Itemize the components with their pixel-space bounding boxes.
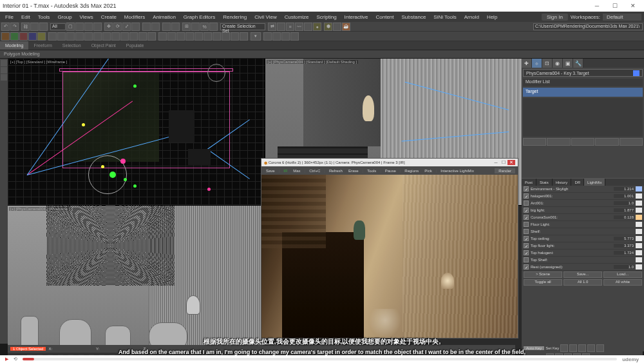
rotate-button[interactable]: ⟳ [113,23,122,31]
corona-render-button[interactable]: Render [495,168,515,173]
tb2-btn-24[interactable] [213,32,221,41]
tb2-btn-1[interactable] [1,32,10,41]
tb2-btn-19[interactable] [167,32,176,41]
tb2-btn-23[interactable] [204,32,212,41]
move-button[interactable]: ✥ [104,23,113,31]
tb2-btn-4[interactable] [28,32,37,41]
corona-ctrlc-button[interactable]: Ctrl+C [307,169,322,173]
lister-row-color[interactable] [636,264,642,270]
corona-pause-button[interactable]: Pause [383,169,398,173]
cmd-tab-motion[interactable]: ◉ [553,59,563,68]
lister-tab-history[interactable]: History [553,179,572,186]
curve-editor-button[interactable]: 〰 [295,23,303,31]
workspace-select[interactable]: Default [603,14,641,21]
lister-scene-button[interactable]: > Scene [524,271,562,278]
menu-edit[interactable]: Edit [19,14,33,20]
lister-row-checkbox[interactable]: ✓ [524,208,529,213]
lister-row-checkbox[interactable] [524,222,529,227]
lister-row-color[interactable] [636,243,642,248]
tb2-btn-6[interactable] [48,32,57,41]
lister-row-color[interactable] [636,229,642,234]
viewport-camera-wireframe[interactable]: [+] [PhysCamera004 ] [Wireframe ] [8,206,265,352]
lister-tab-stats[interactable]: Stats [536,179,553,186]
ribbon-tab-modeling[interactable]: Modeling [0,41,28,50]
menu-create[interactable]: Create [99,14,119,20]
lister-row-checkbox[interactable] [524,257,529,262]
tb2-btn-8[interactable] [66,32,75,41]
ribbon-tab-objectpaint[interactable]: Object Paint [86,41,121,50]
lister-row-checkbox[interactable]: ✓ [524,264,529,270]
stack-unique-button[interactable] [571,138,594,146]
spinner-snap-button[interactable] [209,23,218,31]
lister-row-color[interactable] [636,186,642,191]
snap-button[interactable]: ⊞ [182,23,191,31]
undo-button[interactable]: ↶ [1,23,10,31]
layers-button[interactable]: ≡ [286,23,294,31]
selection-set-input[interactable]: Create Selection Set [220,23,265,30]
lister-row-value[interactable]: 5.773 [614,237,634,240]
tb2-btn-7[interactable] [57,32,66,41]
keyboard-button[interactable] [171,23,180,31]
placement-button[interactable] [131,23,140,31]
ribbon-tab-selection[interactable]: Selection [57,41,86,50]
menu-rendering[interactable]: Rendering [220,14,249,20]
tb2-btn-10[interactable] [84,32,93,41]
menu-file[interactable]: File [3,14,16,20]
link-button[interactable]: ⛓ [21,23,30,31]
corona-maximize-button[interactable]: ☐ [500,160,507,165]
lister-row-color[interactable] [636,193,642,199]
object-color-swatch[interactable] [633,70,639,76]
viewport-top-label[interactable]: [+] [Top ] [Standard ] [Wireframe ] [9,60,69,64]
lister-row-checkbox[interactable]: ✓ [524,243,529,248]
stack-remove-button[interactable] [595,138,618,146]
maximize-button[interactable]: ☐ [607,1,623,10]
lister-row-checkbox[interactable] [524,201,529,206]
stack-pin-button[interactable] [523,138,546,146]
menu-content[interactable]: Content [374,14,397,20]
ribbon-tab-freeform[interactable]: Freeform [28,41,57,50]
lister-row-color[interactable] [636,215,642,220]
tb2-btn-26[interactable] [231,32,239,41]
play-icon[interactable]: ▶ [5,357,8,362]
menu-sinitools[interactable]: SiNi Tools [431,14,459,20]
tb2-btn-31[interactable] [290,32,299,41]
render-frame-button[interactable] [333,23,341,31]
cmd-tab-utilities[interactable]: 🔧 [573,59,583,68]
menu-interactive[interactable]: Interactive [342,14,371,20]
lister-row-value[interactable]: 1.724 [614,251,634,255]
tb2-btn-16[interactable] [138,32,147,41]
lister-row-color[interactable] [636,236,642,241]
corona-save-button[interactable]: Save [264,169,277,173]
render-button[interactable]: ☕ [342,23,350,31]
percent-snap-button[interactable]: % [200,23,209,31]
corona-max-button[interactable]: Max [291,169,302,173]
tb2-btn-22[interactable] [194,32,203,41]
menu-arnold[interactable]: Arnold [462,14,482,20]
lister-row-value[interactable]: 1.001 [614,194,634,198]
modifier-stack-area[interactable] [523,98,643,137]
tb2-btn-14[interactable] [120,32,129,41]
lister-allwhite-button[interactable]: All white [603,279,642,286]
ribbon-tab-populate[interactable]: Populate [121,41,149,50]
viewport-cam2-label[interactable]: [+] [PhysCamera004 ] [Wireframe ] [9,207,71,211]
menu-grapheditors[interactable]: Graph Editors [181,14,218,20]
tb2-btn-28[interactable] [263,32,272,41]
corona-render-image[interactable] [261,175,518,338]
ref-coord-button[interactable] [142,23,151,31]
lister-row-color[interactable] [636,208,642,213]
lister-row-color[interactable] [636,201,642,206]
lt-btn-1[interactable] [1,60,7,66]
cmd-tab-modify[interactable]: ⟐ [532,59,542,68]
bind-button[interactable] [39,23,48,31]
lister-tab-post[interactable]: Post [522,179,536,186]
corona-refresh-button[interactable]: Refresh [327,169,345,173]
corona-ir-button[interactable]: IR [281,169,289,173]
lister-tab-lightmix[interactable]: LightMix [584,179,605,186]
mirror-button[interactable]: ⇄ [268,23,276,31]
corona-pick-button[interactable]: Pick [422,169,433,173]
stack-config-button[interactable] [620,138,643,146]
tb2-btn-5[interactable] [37,32,46,41]
select-region-button[interactable] [84,23,93,31]
corona-regions-button[interactable]: Regions [402,169,421,173]
select-button[interactable]: ▢ [66,23,75,31]
